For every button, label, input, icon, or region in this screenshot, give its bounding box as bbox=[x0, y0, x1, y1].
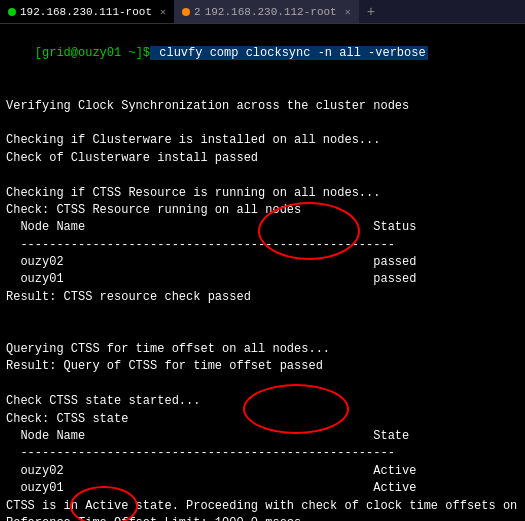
line-23: ouzy01 Active bbox=[6, 480, 519, 497]
line-12: Result: CTSS resource check passed bbox=[6, 289, 519, 306]
line-18: Check CTSS state started... bbox=[6, 393, 519, 410]
line-2 bbox=[6, 115, 519, 132]
line-14 bbox=[6, 324, 519, 341]
prompt-text: [grid@ouzy01 ~]$ bbox=[35, 46, 150, 60]
line-25: Reference Time Offset Limit: 1000.0 msec… bbox=[6, 515, 519, 521]
tab-close-1[interactable]: ✕ bbox=[160, 6, 166, 18]
line-6: Checking if CTSS Resource is running on … bbox=[6, 185, 519, 202]
line-8: Node Name Status bbox=[6, 219, 519, 236]
line-5 bbox=[6, 167, 519, 184]
command-text: cluvfy comp clocksync -n all -verbose bbox=[150, 46, 428, 60]
line-13 bbox=[6, 306, 519, 323]
tab-label-2: 192.168.230.112-root bbox=[205, 6, 337, 18]
line-20: Node Name State bbox=[6, 428, 519, 445]
terminal: [grid@ouzy01 ~]$ cluvfy comp clocksync -… bbox=[0, 24, 525, 521]
line-11: ouzy01 passed bbox=[6, 271, 519, 288]
line-16: Result: Query of CTSS for time offset pa… bbox=[6, 358, 519, 375]
new-tab-button[interactable]: + bbox=[359, 4, 383, 20]
line-17 bbox=[6, 376, 519, 393]
tab-dot-1 bbox=[8, 8, 16, 16]
line-1: Verifying Clock Synchronization across t… bbox=[6, 98, 519, 115]
line-19: Check: CTSS state bbox=[6, 411, 519, 428]
line-22: ouzy02 Active bbox=[6, 463, 519, 480]
line-24: CTSS is in Active state. Proceeding with… bbox=[6, 498, 519, 515]
tab-close-2[interactable]: ✕ bbox=[345, 6, 351, 18]
tab-2[interactable]: 2 192.168.230.112-root ✕ bbox=[174, 0, 359, 23]
tab-label-1: 192.168.230.111-root bbox=[20, 6, 152, 18]
line-3: Checking if Clusterware is installed on … bbox=[6, 132, 519, 149]
line-4: Check of Clusterware install passed bbox=[6, 150, 519, 167]
tab-1[interactable]: 192.168.230.111-root ✕ bbox=[0, 0, 174, 23]
tab-number-2: 2 bbox=[194, 6, 201, 18]
line-7: Check: CTSS Resource running on all node… bbox=[6, 202, 519, 219]
tab-dot-2 bbox=[182, 8, 190, 16]
prompt-line: [grid@ouzy01 ~]$ cluvfy comp clocksync -… bbox=[6, 28, 519, 80]
line-15: Querying CTSS for time offset on all nod… bbox=[6, 341, 519, 358]
line-10: ouzy02 passed bbox=[6, 254, 519, 271]
line-9: ----------------------------------------… bbox=[6, 237, 519, 254]
title-bar: 192.168.230.111-root ✕ 2 192.168.230.112… bbox=[0, 0, 525, 24]
line-21: ----------------------------------------… bbox=[6, 445, 519, 462]
line-0 bbox=[6, 80, 519, 97]
